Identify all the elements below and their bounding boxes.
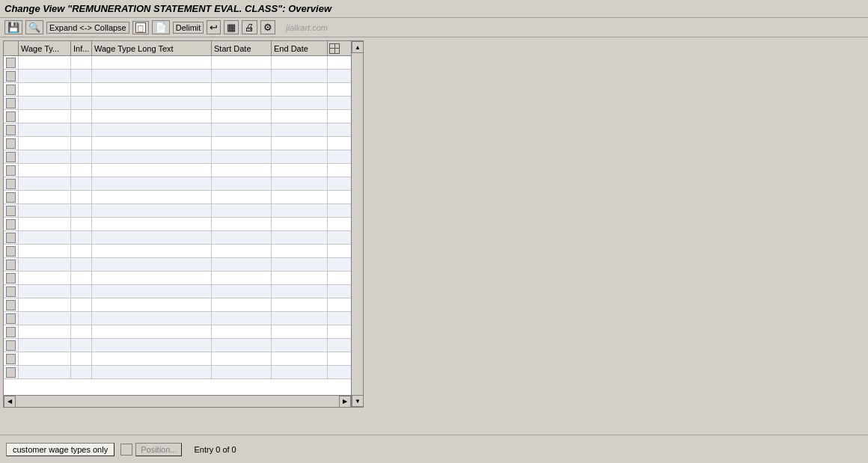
row-end-date	[272, 231, 328, 244]
toolbar-undo-btn[interactable]: ↩	[207, 20, 221, 34]
row-selector[interactable]	[6, 206, 16, 216]
scroll-right-btn[interactable]: ▶	[339, 396, 351, 408]
row-wage-type	[19, 177, 71, 190]
row-selector[interactable]	[6, 152, 16, 162]
row-wage-type	[19, 312, 71, 325]
row-selector-cell[interactable]	[4, 272, 19, 284]
scroll-left-btn[interactable]: ◀	[4, 396, 16, 408]
scroll-down-btn[interactable]: ▼	[352, 395, 364, 407]
row-selector[interactable]	[6, 58, 16, 68]
row-selector[interactable]	[6, 138, 16, 149]
row-wage-type	[19, 285, 71, 298]
row-info	[71, 96, 92, 109]
table-row	[4, 339, 351, 352]
row-selector-cell[interactable]	[4, 339, 19, 352]
row-selector[interactable]	[6, 354, 16, 364]
row-long-text	[92, 298, 212, 311]
position-icon	[120, 444, 132, 456]
toolbar-settings-btn[interactable]: ⚙	[260, 20, 275, 34]
row-long-text	[92, 245, 212, 257]
row-selector[interactable]	[6, 165, 16, 176]
scroll-up-btn[interactable]: ▲	[352, 41, 364, 53]
row-selector-cell[interactable]	[4, 177, 19, 190]
table-row	[4, 366, 351, 379]
row-selector-cell[interactable]	[4, 352, 19, 365]
row-selector[interactable]	[6, 260, 16, 270]
row-selector-cell[interactable]	[4, 83, 19, 96]
row-selector-cell[interactable]	[4, 123, 19, 136]
row-selector-cell[interactable]	[4, 218, 19, 230]
row-end-date	[272, 123, 328, 136]
table-row	[4, 150, 351, 164]
table-row	[4, 285, 351, 298]
toolbar-btn-1[interactable]: 💾	[4, 20, 22, 34]
row-selector-cell[interactable]	[4, 298, 19, 311]
row-selector[interactable]	[6, 340, 16, 351]
row-end-date	[272, 245, 328, 257]
row-selector-cell[interactable]	[4, 137, 19, 150]
customer-wage-types-button[interactable]: customer wage types only	[6, 443, 114, 456]
row-selector-cell[interactable]	[4, 204, 19, 217]
row-selector-cell[interactable]	[4, 245, 19, 257]
row-wage-type	[19, 218, 71, 230]
row-selector[interactable]	[6, 327, 16, 337]
row-selector[interactable]	[6, 125, 16, 135]
toolbar-filter-btn[interactable]: ▦	[224, 20, 239, 34]
row-selector-cell[interactable]	[4, 285, 19, 298]
paste-icon: 📄	[155, 22, 167, 33]
row-selector-cell[interactable]	[4, 191, 19, 203]
row-selector-cell[interactable]	[4, 258, 19, 271]
row-selector-cell[interactable]	[4, 110, 19, 123]
row-wage-type	[19, 204, 71, 217]
v-scroll-track[interactable]	[352, 53, 363, 395]
row-selector[interactable]	[6, 286, 16, 297]
row-selector[interactable]	[6, 367, 16, 378]
row-selector[interactable]	[6, 98, 16, 108]
toolbar-copy-btn[interactable]: 📋	[132, 21, 149, 34]
row-long-text	[92, 150, 212, 163]
table-row	[4, 258, 351, 272]
row-info	[71, 137, 92, 150]
row-start-date	[212, 137, 272, 150]
table-row	[4, 177, 351, 191]
table-row	[4, 298, 351, 312]
row-selector[interactable]	[6, 71, 16, 82]
toolbar-btn-2[interactable]: 🔍	[25, 20, 43, 34]
row-selector[interactable]	[6, 273, 16, 283]
row-info	[71, 177, 92, 190]
delimit-button[interactable]: Delimit	[173, 22, 204, 34]
row-selector-cell[interactable]	[4, 150, 19, 163]
row-start-date	[212, 231, 272, 244]
position-button[interactable]: Position...	[135, 443, 182, 456]
row-selector[interactable]	[6, 192, 16, 203]
find-icon: 🔍	[28, 22, 40, 33]
row-end-date	[272, 325, 328, 338]
col-settings-header[interactable]	[328, 41, 344, 55]
row-selector[interactable]	[6, 179, 16, 189]
row-selector-cell[interactable]	[4, 70, 19, 82]
row-selector-cell[interactable]	[4, 366, 19, 378]
row-selector-cell[interactable]	[4, 164, 19, 177]
row-end-date	[272, 110, 328, 123]
row-selector[interactable]	[6, 246, 16, 257]
toolbar-paste-btn[interactable]: 📄	[152, 20, 170, 34]
row-selector[interactable]	[6, 219, 16, 230]
row-info	[71, 339, 92, 352]
expand-collapse-label: Expand <-> Collapse	[49, 23, 126, 32]
row-selector-cell[interactable]	[4, 325, 19, 338]
row-selector-cell[interactable]	[4, 312, 19, 325]
row-long-text	[92, 96, 212, 109]
row-selector[interactable]	[6, 300, 16, 310]
row-selector[interactable]	[6, 111, 16, 122]
row-selector[interactable]	[6, 85, 16, 95]
row-selector-cell[interactable]	[4, 96, 19, 109]
row-selector-cell[interactable]	[4, 231, 19, 244]
row-long-text	[92, 352, 212, 365]
row-selector[interactable]	[6, 233, 16, 243]
row-selector[interactable]	[6, 313, 16, 324]
row-selector-cell[interactable]	[4, 56, 19, 69]
toolbar-print-btn[interactable]: 🖨	[242, 20, 257, 34]
expand-collapse-button[interactable]: Expand <-> Collapse	[46, 22, 129, 34]
row-start-date	[212, 298, 272, 311]
row-start-date	[212, 245, 272, 257]
